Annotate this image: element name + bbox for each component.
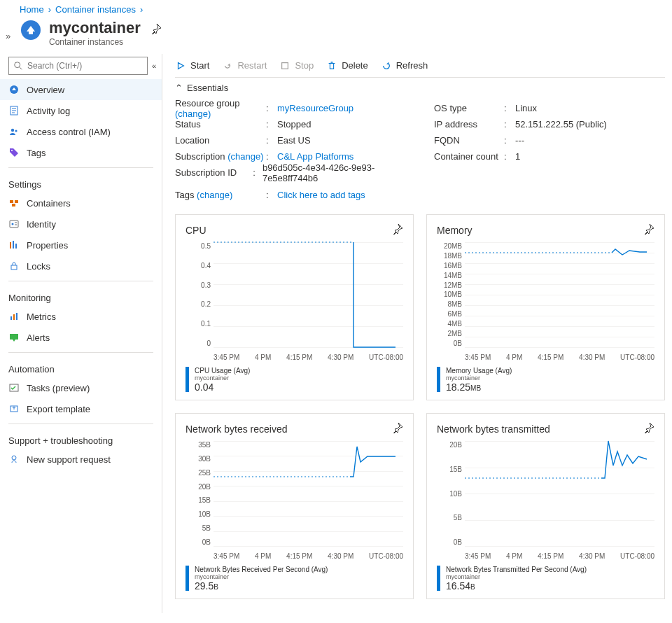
start-button[interactable]: Start	[175, 60, 209, 71]
sidebar-item-support[interactable]: New support request	[0, 449, 162, 470]
breadcrumb-container-instances[interactable]: Container instances	[55, 4, 136, 15]
alerts-icon	[8, 332, 20, 343]
container-instances-icon	[20, 19, 42, 41]
search-input[interactable]	[8, 57, 148, 75]
sidebar-item-label: New support request	[27, 454, 111, 465]
x-axis: 3:45 PM4 PM4:15 PM4:30 PMUTC-08:00	[465, 354, 654, 361]
pin-icon[interactable]	[150, 23, 162, 36]
metrics-icon	[8, 311, 20, 322]
rg-value-link[interactable]: myResourceGroup	[277, 103, 354, 113]
plot	[214, 242, 396, 347]
restart-button[interactable]: Restart	[222, 60, 267, 71]
sidebar-item-properties[interactable]: Properties	[0, 234, 162, 255]
pin-icon[interactable]	[643, 223, 654, 237]
sidebar-item-iam[interactable]: Access control (IAM)	[0, 121, 162, 142]
refresh-button[interactable]: Refresh	[381, 60, 428, 71]
tags-change-link[interactable]: (change)	[197, 190, 232, 200]
sidebar-item-label: Locks	[27, 261, 50, 272]
separator	[8, 281, 153, 281]
sidebar-group-support: Support + troubleshooting	[0, 428, 162, 449]
metric-value: 0.04	[195, 382, 250, 393]
pin-icon[interactable]	[392, 223, 403, 237]
refresh-icon	[381, 60, 392, 71]
plot	[465, 242, 647, 347]
svg-rect-14	[12, 204, 15, 206]
svg-rect-22	[11, 265, 17, 270]
pin-icon[interactable]	[392, 422, 403, 435]
svg-marker-27	[13, 340, 15, 342]
page-header: » mycontainer Container instances	[0, 18, 672, 54]
essentials-toggle[interactable]: ⌃ Essentials	[175, 78, 665, 97]
sidebar-item-label: Overview	[27, 85, 64, 95]
chevron-right-icon: ›	[48, 4, 51, 15]
sidebar-item-identity[interactable]: Identity	[0, 214, 162, 234]
svg-marker-31	[178, 62, 184, 69]
svg-rect-13	[15, 200, 18, 203]
tags-add-link[interactable]: Click here to add tags	[277, 190, 365, 200]
sidebar-item-label: Containers	[27, 198, 71, 209]
svg-rect-1	[29, 30, 33, 34]
svg-marker-32	[227, 63, 230, 66]
card-title: CPU	[186, 225, 206, 236]
restart-icon	[222, 60, 233, 71]
resource-name: mycontainer	[195, 374, 250, 382]
sidebar-item-locks[interactable]: Locks	[0, 255, 162, 276]
summary-bar	[186, 566, 189, 591]
breadcrumb: Home › Container instances ›	[0, 0, 672, 18]
separator	[8, 167, 153, 168]
sidebar-item-label: Identity	[27, 219, 56, 230]
page-subtitle: Container instances	[49, 37, 141, 47]
play-icon	[175, 60, 186, 71]
chevron-up-icon: ⌃	[175, 83, 183, 93]
stop-button[interactable]: Stop	[279, 60, 314, 71]
lock-icon	[8, 260, 20, 272]
delete-button[interactable]: Delete	[326, 60, 368, 71]
metric-value: 18.25	[446, 382, 470, 393]
fqdn-value: ---	[515, 135, 524, 146]
expand-sidebar-button[interactable]: »	[6, 31, 10, 41]
sidebar-item-alerts[interactable]: Alerts	[0, 327, 162, 348]
separator	[8, 352, 153, 353]
card-network-tx: Network bytes transmitted 20B15B10B5B0B …	[426, 413, 665, 599]
metric-unit: B	[214, 583, 218, 591]
svg-point-30	[12, 456, 16, 460]
x-axis: 3:45 PM4 PM4:15 PM4:30 PMUTC-08:00	[214, 552, 403, 560]
sidebar-item-label: Tasks (preview)	[27, 383, 90, 393]
summary-bar	[437, 367, 440, 392]
sub-change-link[interactable]: (change)	[227, 151, 263, 162]
plot	[214, 441, 396, 546]
metric-value: 16.54	[446, 580, 470, 592]
sidebar-item-label: Activity log	[27, 106, 70, 116]
subid-label: Subscription ID	[175, 167, 253, 178]
sidebar-group-settings: Settings	[0, 172, 162, 192]
sidebar-item-tags[interactable]: Tags	[0, 142, 162, 163]
sidebar-item-containers[interactable]: Containers	[0, 192, 162, 214]
pin-icon[interactable]	[643, 422, 654, 435]
y-axis: 35B30B25B20B15B10B5B0B	[186, 441, 211, 546]
card-title: Network bytes transmitted	[437, 424, 550, 435]
sidebar-item-metrics[interactable]: Metrics	[0, 306, 162, 327]
plot	[465, 441, 647, 546]
sidebar-item-export-template[interactable]: Export template	[0, 398, 162, 419]
essentials-panel: Resource group (change) : myResourceGrou…	[175, 97, 665, 186]
collapse-sidebar-button[interactable]: «	[152, 62, 156, 70]
sidebar-item-overview[interactable]: Overview	[0, 79, 162, 100]
sidebar-item-label: Export template	[27, 404, 90, 414]
fqdn-label: FQDN	[434, 135, 504, 146]
rg-change-link[interactable]: (change)	[175, 108, 211, 119]
tags-label: Tags	[175, 190, 194, 200]
delete-icon	[326, 60, 337, 71]
sidebar-item-tasks[interactable]: Tasks (preview)	[0, 377, 162, 398]
location-value: East US	[277, 135, 311, 146]
sub-value-link[interactable]: C&L App Platforms	[277, 151, 354, 162]
svg-rect-15	[10, 220, 18, 227]
svg-rect-23	[10, 316, 12, 320]
metric-unit: B	[470, 583, 475, 591]
svg-rect-33	[282, 62, 288, 69]
svg-point-2	[15, 62, 20, 68]
ip-value: 52.151.222.55 (Public)	[515, 119, 607, 130]
sidebar-item-activity-log[interactable]: Activity log	[0, 100, 162, 121]
rg-label: Resource group	[175, 98, 240, 108]
breadcrumb-home[interactable]: Home	[20, 4, 44, 15]
overview-icon	[8, 84, 20, 95]
